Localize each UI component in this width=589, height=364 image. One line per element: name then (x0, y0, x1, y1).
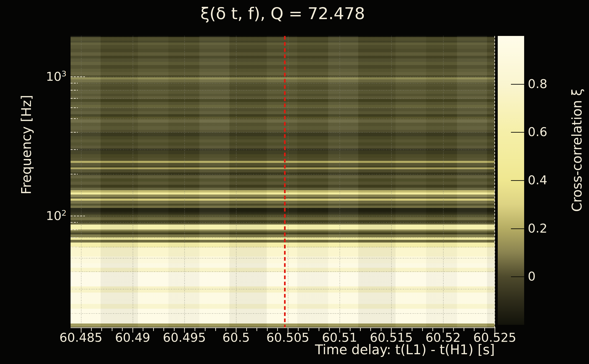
x-tick-label: 60.485 (59, 330, 102, 345)
x-minor-tick (256, 328, 257, 331)
y-minor-tickmark (71, 313, 78, 314)
y-gridline (71, 313, 495, 314)
y-minor-tickmark (71, 258, 78, 259)
x-minor-tick (422, 328, 423, 331)
y-minor-tickmark (71, 149, 78, 150)
y-minor-tickmark (71, 118, 78, 119)
y-gridline (71, 90, 495, 91)
colorbar-label: Cross-correlation ξ (569, 25, 586, 275)
y-major-tickmark (71, 77, 85, 77)
x-minor-tick (360, 328, 361, 331)
colorbar-tick-label: 0.2 (528, 221, 547, 235)
y-minor-tickmark (71, 222, 78, 223)
x-gridline (81, 36, 81, 328)
y-minor-tickmark (71, 83, 78, 84)
colorbar-tick-label: 0 (528, 269, 536, 284)
y-gridline (71, 238, 495, 238)
time-delay-marker-line (284, 36, 286, 328)
x-gridline (391, 36, 392, 328)
x-minor-tick (319, 328, 319, 331)
x-axis-label: Time delay: t(L1) - t(H1) [s] (315, 342, 495, 358)
right-spine-dashed (494, 36, 495, 328)
y-minor-tickmark (71, 237, 78, 238)
y-gridline (71, 174, 495, 175)
y-minor-tickmark (71, 289, 78, 289)
x-minor-tick (464, 328, 464, 331)
x-tick-label: 60.505 (266, 330, 309, 345)
colorbar-tick-label: 0.6 (528, 125, 547, 139)
y-minor-tickmark (71, 271, 78, 272)
y-gridline (71, 247, 495, 247)
y-gridline (71, 271, 495, 272)
y-gridline (71, 83, 495, 84)
y-gridline (71, 77, 495, 77)
x-gridline (443, 36, 444, 328)
y-tick-base: 10 (46, 209, 62, 223)
y-axis-label: Frequency [Hz] (19, 31, 35, 259)
colorbar-tick-label: 0.8 (528, 77, 547, 91)
colorbar-tick (511, 84, 524, 85)
colorbar-tick (511, 228, 524, 229)
figure-canvas: ξ(δ t, f), Q = 72.478 Frequency [Hz] 60.… (0, 0, 589, 364)
y-gridline (71, 98, 495, 99)
colorbar-tick (511, 180, 524, 181)
y-gridline (71, 108, 495, 108)
x-gridline (133, 36, 133, 328)
y-minor-tickmark (71, 98, 78, 99)
y-gridline (71, 258, 495, 259)
y-gridline (71, 230, 495, 230)
y-gridline (71, 132, 495, 133)
x-minor-tick (153, 328, 154, 331)
y-tick-label: 102 (46, 208, 66, 223)
x-gridline (236, 36, 236, 328)
y-minor-tickmark (71, 107, 78, 108)
y-gridline (71, 216, 495, 216)
y-tick-label: 103 (46, 69, 66, 84)
x-gridline (340, 36, 340, 328)
colorbar-tick (511, 132, 524, 133)
y-gridline (71, 150, 495, 150)
y-minor-tickmark (71, 247, 78, 247)
y-minor-tickmark (71, 229, 78, 230)
heatmap-plot-area (71, 36, 495, 328)
y-minor-tickmark (71, 132, 78, 133)
y-minor-tickmark (71, 174, 78, 175)
x-tick-label: 60.495 (163, 330, 206, 345)
y-gridline (71, 118, 495, 119)
x-axis-spine (71, 327, 496, 328)
colorbar-tick-label: 0.4 (528, 173, 547, 187)
x-tick-label: 60.5 (222, 330, 250, 345)
y-gridline (71, 222, 495, 223)
y-major-tickmark (71, 216, 85, 216)
x-tick-label: 60.49 (115, 330, 151, 345)
chart-title: ξ(δ t, f), Q = 72.478 (71, 4, 495, 23)
y-tick-exponent: 3 (61, 69, 66, 78)
x-gridline (288, 36, 288, 328)
x-gridline (184, 36, 185, 328)
y-minor-tickmark (71, 90, 78, 91)
colorbar-tick (511, 276, 524, 277)
x-minor-tick (215, 328, 216, 331)
y-tick-exponent: 2 (61, 208, 66, 217)
y-gridline (71, 289, 495, 289)
y-tick-base: 10 (46, 69, 62, 84)
heatmap-texture-overlay (71, 36, 495, 328)
x-minor-tick (112, 328, 112, 331)
